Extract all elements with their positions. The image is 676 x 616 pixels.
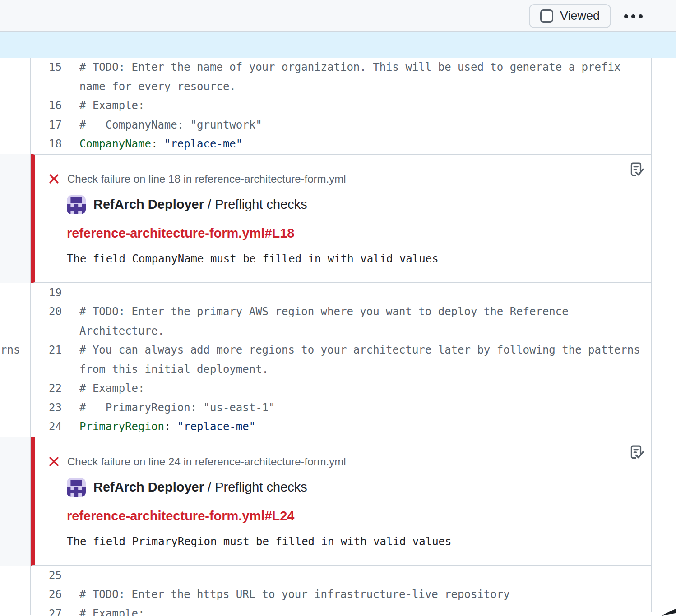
left-pane-cell <box>0 58 31 96</box>
code-line: 26# TODO: Enter the https URL to your in… <box>0 585 676 604</box>
check-annotation-row: Check failure on line 18 in reference-ar… <box>0 154 676 283</box>
check-title-separator: / <box>204 197 215 211</box>
line-number[interactable]: 22 <box>31 379 79 398</box>
check-app-name: RefArch Deployer <box>93 480 204 494</box>
code-content: # PrimaryRegion: "us-east-1" <box>79 398 651 418</box>
viewed-checkbox[interactable] <box>540 9 553 23</box>
left-pane-cell <box>0 283 31 303</box>
code-content <box>79 566 651 585</box>
refarch-deployer-avatar <box>67 478 86 497</box>
line-number[interactable]: 16 <box>31 96 79 115</box>
check-title: RefArch Deployer / Preflight checks <box>93 480 307 495</box>
code-line: 15# TODO: Enter the name of your organiz… <box>0 58 676 96</box>
code-line: 25 <box>0 566 676 585</box>
gutter-divider <box>30 58 31 615</box>
annotation-message: The field PrimaryRegion must be filled i… <box>67 535 624 548</box>
left-pane-cell <box>0 134 31 154</box>
diff-file-toolbar: Viewed <box>0 0 676 32</box>
code-content: PrimaryRegion: "replace-me" <box>79 417 651 437</box>
line-number[interactable]: 17 <box>31 115 79 135</box>
code-content: # You can always add more regions to you… <box>79 340 651 379</box>
code-content <box>79 283 651 303</box>
diff-table: 15# TODO: Enter the name of your organiz… <box>0 58 676 616</box>
code-line: 18CompanyName: "replace-me" <box>0 134 676 154</box>
check-title: RefArch Deployer / Preflight checks <box>93 197 307 212</box>
line-number[interactable]: 23 <box>31 398 79 418</box>
code-content: # TODO: Enter the https URL to your infr… <box>79 585 651 604</box>
line-number[interactable]: 18 <box>31 134 79 154</box>
check-run-name: Preflight checks <box>215 197 307 211</box>
annotation-message: The field CompanyName must be filled in … <box>67 253 624 265</box>
code-section: 1920# TODO: Enter the primary AWS region… <box>0 283 676 437</box>
check-failure-text: Check failure on line 24 in reference-ar… <box>67 455 346 468</box>
left-pane-cell <box>0 379 31 398</box>
line-number[interactable]: 15 <box>31 58 79 96</box>
line-number[interactable]: 20 <box>31 302 79 340</box>
code-line: 17# CompanyName: "gruntwork" <box>0 115 676 135</box>
code-content: # Example: <box>79 96 651 115</box>
checklist-check-icon[interactable] <box>628 162 644 178</box>
checklist-check-icon[interactable] <box>628 445 644 461</box>
left-pane-overflow-text: rns <box>0 340 20 360</box>
code-content: CompanyName: "replace-me" <box>79 134 651 154</box>
code-line: 20# TODO: Enter the primary AWS region w… <box>0 302 676 340</box>
github-diff-view: Viewed 15# TODO: Enter the name of your … <box>0 0 676 616</box>
check-annotation-card: Check failure on line 18 in reference-ar… <box>31 154 651 283</box>
x-icon <box>48 173 60 184</box>
left-pane-cell <box>0 115 31 135</box>
code-line: 23# PrimaryRegion: "us-east-1" <box>0 398 676 418</box>
check-title-separator: / <box>204 480 215 494</box>
kebab-horizontal-icon <box>624 14 628 18</box>
code-content: # Example: <box>79 604 651 616</box>
content-right-divider <box>651 58 652 612</box>
line-number[interactable]: 19 <box>31 283 79 303</box>
code-content: # CompanyName: "gruntwork" <box>79 115 651 135</box>
left-pane-cell <box>0 566 31 585</box>
code-line: 19 <box>0 283 676 303</box>
x-icon <box>48 456 60 467</box>
annotation-file-link[interactable]: reference-architecture-form.yml#L24 <box>67 509 294 524</box>
code-content: # TODO: Enter the name of your organizat… <box>79 58 651 96</box>
check-annotation-card: Check failure on line 24 in reference-ar… <box>31 437 651 566</box>
mouse-pointer-icon <box>662 608 676 616</box>
line-number[interactable]: 26 <box>31 585 79 604</box>
left-pane-cell <box>0 604 31 616</box>
code-section: 2526# TODO: Enter the https URL to your … <box>0 566 676 616</box>
code-line: 21# You can always add more regions to y… <box>0 340 676 379</box>
code-section: 15# TODO: Enter the name of your organiz… <box>0 58 676 154</box>
check-annotation-row: Check failure on line 24 in reference-ar… <box>0 437 676 566</box>
check-app-name: RefArch Deployer <box>93 197 204 211</box>
code-line: 16# Example: <box>0 96 676 115</box>
line-number[interactable]: 21 <box>31 340 79 379</box>
left-pane-cell <box>0 398 31 418</box>
left-pane-cell <box>0 96 31 115</box>
code-content: # Example: <box>79 379 651 398</box>
left-pane-cell <box>0 417 31 437</box>
more-options-button[interactable] <box>620 6 646 27</box>
viewed-button[interactable]: Viewed <box>529 4 611 28</box>
code-line: 24PrimaryRegion: "replace-me" <box>0 417 676 437</box>
line-number[interactable]: 24 <box>31 417 79 437</box>
check-failure-text: Check failure on line 18 in reference-ar… <box>67 173 346 185</box>
kebab-horizontal-icon <box>639 14 643 18</box>
left-pane-cell <box>0 585 31 604</box>
viewed-label: Viewed <box>560 9 600 23</box>
kebab-horizontal-icon <box>631 14 635 18</box>
refarch-deployer-avatar <box>67 195 86 214</box>
check-run-name: Preflight checks <box>215 480 307 494</box>
line-number[interactable]: 27 <box>31 604 79 616</box>
line-number[interactable]: 25 <box>31 566 79 585</box>
left-pane-cell <box>0 302 31 340</box>
expanded-hunk-strip <box>0 32 676 58</box>
code-line: 22# Example: <box>0 379 676 398</box>
annotation-file-link[interactable]: reference-architecture-form.yml#L18 <box>67 226 294 241</box>
code-line: 27# Example: <box>0 604 676 616</box>
code-content: # TODO: Enter the primary AWS region whe… <box>79 302 651 340</box>
